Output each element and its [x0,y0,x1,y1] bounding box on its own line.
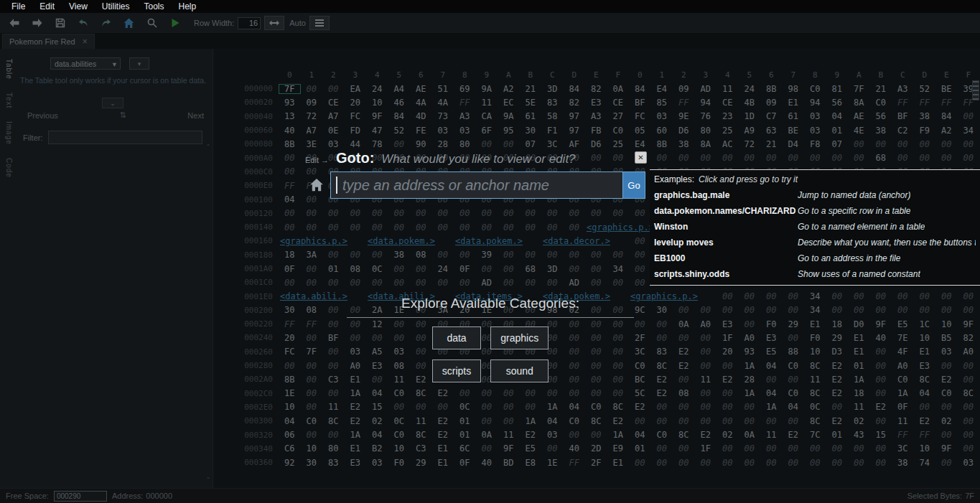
edit-mode-label: Edit → [305,156,329,164]
goto-example-desc: Go to an address in the file [798,253,900,263]
goto-example-name: EB1000 [654,253,798,263]
examples-label: Examples: [654,174,694,184]
goto-example-desc: Show uses of a named constant [798,269,920,279]
categories-title: Explore Available Categories: [347,296,634,318]
goto-example-name: scripts.shiny.odds [654,269,798,279]
goto-example-name: graphics.bag.male [654,190,798,200]
menu-utilities[interactable]: Utilities [95,0,137,13]
category-scripts-button[interactable]: scripts [432,359,481,382]
goto-title: Goto: [336,150,374,166]
goto-example-name: levelup moves [654,238,798,248]
goto-example-row[interactable]: levelup movesDescribe what you want, the… [650,235,980,250]
category-data-button[interactable]: data [432,326,481,349]
goto-example-row[interactable]: WinstonGo to a named element in a table [650,219,980,235]
goto-example-row[interactable]: graphics.bag.maleJump to named data (anc… [650,187,980,203]
go-button[interactable]: Go [623,171,645,199]
goto-example-desc: Go to a named element in a table [798,222,925,232]
home-icon [309,177,325,193]
menu-tools[interactable]: Tools [137,0,172,13]
goto-example-row[interactable]: data.pokemon.names/CHARIZARDGo to a spec… [650,203,980,219]
menu-file[interactable]: File [4,0,32,13]
goto-example-desc: Jump to named data (anchor) [798,190,910,200]
category-sound-button[interactable]: sound [490,359,549,382]
menu-help[interactable]: Help [172,0,204,13]
goto-example-desc: Go to a specific row in a table [798,206,910,216]
category-graphics-button[interactable]: graphics [490,326,549,349]
goto-example-desc: Describe what you want, then use the but… [798,238,976,248]
goto-example-row[interactable]: scripts.shiny.oddsShow uses of a named c… [650,266,980,282]
categories-grid: datagraphicsscriptssound [432,326,549,382]
goto-example-name: Winston [654,222,798,232]
goto-prompt: What would you like to view or edit? [381,152,575,166]
goto-examples-panel: Examples: Click and press go to try it g… [650,169,980,286]
menu-view[interactable]: View [62,0,95,13]
menu-bar: FileEditViewUtilitiesToolsHelp [0,0,980,13]
goto-overlay: Edit → Goto: What would you like to view… [0,0,980,503]
goto-example-name: data.pokemon.names/CHARIZARD [654,206,798,216]
close-icon[interactable]: ✕ [635,151,647,164]
menu-edit[interactable]: Edit [32,0,62,13]
goto-example-row[interactable]: EB1000Go to an address in the file [650,250,980,266]
categories-section: Explore Available Categories: datagraphi… [347,296,634,382]
examples-hint: Click and press go to try it [699,174,798,184]
goto-input[interactable] [330,171,623,199]
